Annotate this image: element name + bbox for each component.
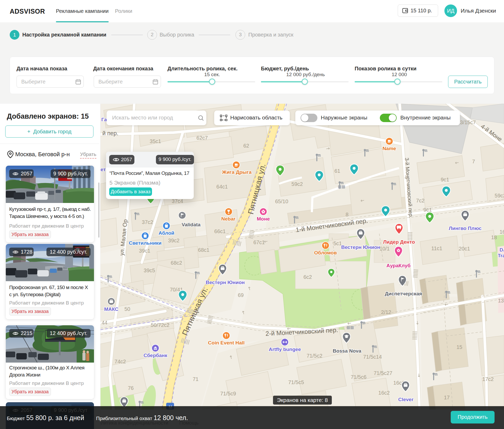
svg-text:71: 71 bbox=[193, 376, 198, 382]
svg-text:DJ: DJ bbox=[500, 247, 504, 253]
svg-text:11с1: 11с1 bbox=[431, 245, 442, 251]
svg-text:2/12: 2/12 bbox=[381, 309, 391, 315]
svg-text:Обломов: Обломов bbox=[314, 250, 337, 255]
svg-text:16с2: 16с2 bbox=[378, 390, 390, 396]
svg-text:Жига Дрыга: Жига Дрыга bbox=[222, 169, 252, 175]
svg-text:Вестерн Юнион: Вестерн Юнион bbox=[206, 280, 245, 285]
svg-text:й пер.: й пер. bbox=[102, 130, 118, 137]
svg-text:Светильники: Светильники bbox=[129, 240, 162, 246]
svg-text:39с5: 39с5 bbox=[144, 268, 155, 273]
svg-text:Сбербанк: Сбербанк bbox=[144, 353, 167, 358]
svg-text:62с7: 62с7 bbox=[196, 135, 208, 141]
svg-text:71/5с5: 71/5с5 bbox=[288, 379, 304, 385]
svg-text:Диспетчерская: Диспетчерская bbox=[385, 291, 422, 296]
svg-text:76: 76 bbox=[128, 385, 134, 391]
svg-text:71/5с2: 71/5с2 bbox=[307, 353, 322, 359]
svg-text:Bossa Nova: Bossa Nova bbox=[333, 348, 361, 354]
svg-text:74с2: 74с2 bbox=[114, 359, 126, 364]
svg-text:5с1: 5с1 bbox=[333, 240, 342, 246]
svg-text:17с2: 17с2 bbox=[482, 376, 494, 382]
svg-text:7с2: 7с2 bbox=[416, 198, 424, 203]
svg-text:69: 69 bbox=[238, 292, 244, 298]
svg-text:39с1: 39с1 bbox=[139, 248, 150, 254]
svg-text:62: 62 bbox=[243, 143, 249, 149]
svg-text:68с2: 68с2 bbox=[171, 260, 182, 266]
svg-text:17: 17 bbox=[444, 395, 450, 400]
svg-text:65/10: 65/10 bbox=[275, 198, 288, 204]
svg-text:9с1: 9с1 bbox=[441, 177, 449, 182]
svg-text:13/15с7: 13/15с7 bbox=[457, 119, 476, 125]
svg-text:7: 7 bbox=[472, 159, 475, 164]
svg-text:8: 8 bbox=[345, 212, 348, 217]
svg-text:АураКлуб: АураКлуб bbox=[386, 263, 411, 268]
svg-text:20с1: 20с1 bbox=[459, 246, 470, 252]
svg-text:6с2: 6с2 bbox=[303, 274, 312, 280]
svg-text:Tram: Tram bbox=[498, 253, 504, 258]
svg-text:Validata: Validata bbox=[182, 222, 201, 227]
svg-text:Моне: Моне bbox=[257, 216, 270, 222]
svg-text:16: 16 bbox=[500, 229, 504, 235]
svg-text:71/5с14: 71/5с14 bbox=[363, 354, 382, 360]
svg-text:44: 44 bbox=[102, 320, 107, 326]
svg-text:18: 18 bbox=[491, 234, 497, 240]
svg-text:▩▩: ▩▩ bbox=[338, 184, 345, 189]
svg-text:Аблой: Аблой bbox=[159, 230, 174, 236]
svg-text:71/5с9: 71/5с9 bbox=[220, 391, 236, 396]
svg-text:50/72с2: 50/72с2 bbox=[151, 322, 169, 328]
svg-text:50: 50 bbox=[124, 306, 130, 312]
svg-text:Лидер Денто: Лидер Денто bbox=[383, 239, 415, 245]
svg-text:Coin Event Hall: Coin Event Hall bbox=[208, 340, 244, 346]
svg-text:13: 13 bbox=[498, 298, 504, 304]
svg-text:37с2: 37с2 bbox=[142, 219, 153, 225]
svg-text:Nebar: Nebar bbox=[221, 216, 235, 222]
svg-text:МАКС: МАКС bbox=[104, 306, 119, 312]
svg-text:61: 61 bbox=[334, 168, 340, 174]
svg-text:59с2: 59с2 bbox=[495, 193, 504, 198]
svg-text:64с1: 64с1 bbox=[216, 184, 228, 190]
svg-text:10/1: 10/1 bbox=[380, 246, 390, 252]
svg-text:Clever: Clever bbox=[398, 397, 414, 402]
svg-text:▩▩: ▩▩ bbox=[346, 325, 354, 329]
svg-text:Лингво Плюс: Лингво Плюс bbox=[449, 226, 482, 231]
svg-text:71/5с27: 71/5с27 bbox=[374, 370, 392, 376]
svg-text:66с1: 66с1 bbox=[214, 228, 225, 234]
svg-text:59с2: 59с2 bbox=[291, 181, 303, 187]
svg-text:67с1: 67с1 bbox=[253, 239, 265, 245]
svg-text:35с1: 35с1 bbox=[150, 138, 161, 144]
svg-text:68с1: 68с1 bbox=[198, 247, 209, 253]
svg-text:Name: Name bbox=[382, 146, 396, 151]
svg-text:9с1: 9с1 bbox=[423, 207, 432, 213]
svg-text:37с4: 37с4 bbox=[172, 198, 183, 204]
svg-text:71/5с6: 71/5с6 bbox=[351, 374, 366, 380]
svg-text:ет: ет bbox=[101, 167, 106, 172]
svg-text:39с2: 39с2 bbox=[168, 238, 179, 243]
svg-text:15: 15 bbox=[456, 344, 462, 350]
svg-text:Вестерн Юнион: Вестерн Юнион bbox=[341, 244, 380, 250]
svg-text:Artfly bungee: Artfly bungee bbox=[269, 347, 301, 352]
